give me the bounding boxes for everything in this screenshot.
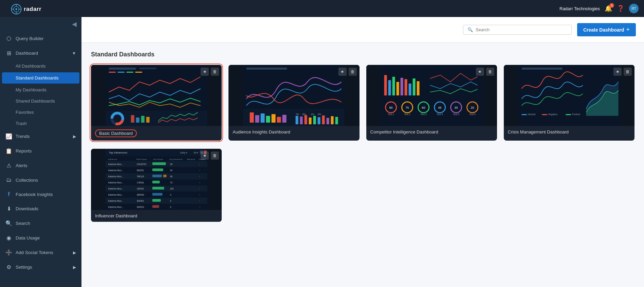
page-content: Standard Dashboards bbox=[81, 43, 644, 230]
star-button-basic[interactable]: ★ bbox=[201, 68, 209, 76]
search-box[interactable]: 🔍 bbox=[463, 25, 572, 35]
sidebar-item-alerts[interactable]: ⚠ Alerts bbox=[0, 158, 81, 173]
svg-text:♀: ♀ bbox=[199, 200, 201, 202]
sidebar-subitem-my-dashboards[interactable]: My Dashboards bbox=[0, 84, 81, 95]
svg-rect-31 bbox=[282, 115, 287, 123]
card-title-influencer: Influencer Dashboard bbox=[95, 213, 137, 218]
svg-rect-39 bbox=[309, 118, 312, 124]
card-actions-basic: ★ 🗑 bbox=[201, 68, 219, 76]
star-button-influencer[interactable]: ★ bbox=[201, 151, 209, 160]
subitem-label: Trash bbox=[16, 121, 27, 126]
card-basic-dashboard[interactable]: ★ 🗑 Basic Dashboard bbox=[91, 65, 222, 141]
svg-rect-117 bbox=[152, 181, 160, 183]
notifications-bell[interactable]: 🔔 8 bbox=[605, 5, 612, 12]
svg-rect-26 bbox=[255, 115, 259, 123]
sidebar-item-add-social-tokens[interactable]: ➕ Add Social Tokens ▶ bbox=[0, 245, 81, 260]
svg-text:225: 225 bbox=[170, 187, 174, 190]
facebook-icon: f bbox=[5, 191, 12, 197]
card-actions-competitor: ★ 🗑 bbox=[476, 68, 494, 76]
card-actions-crisis: ★ 🗑 bbox=[613, 68, 632, 76]
sidebar-subitem-standard-dashboards[interactable]: Standard Dashboards bbox=[2, 72, 79, 84]
chevron-right-icon: ▶ bbox=[73, 250, 76, 255]
sidebar-item-reports[interactable]: 📋 Reports bbox=[0, 144, 81, 158]
svg-rect-55 bbox=[417, 81, 419, 95]
svg-rect-78 bbox=[542, 114, 547, 115]
card-influencer-dashboard[interactable]: Top Influencers Daily ▾ All ▾ Influencer… bbox=[91, 149, 222, 222]
card-thumbnail-audience: 7% 8% 2% 2% bbox=[228, 65, 359, 126]
sidebar-subitem-favorites[interactable]: Favorites bbox=[0, 107, 81, 118]
svg-text:Total Impact: Total Impact bbox=[136, 158, 147, 160]
svg-text:♂: ♂ bbox=[199, 181, 201, 184]
svg-text:Text 3: Text 3 bbox=[420, 113, 427, 115]
sidebar-item-settings[interactable]: ⚙ Settings ▶ bbox=[0, 260, 81, 274]
card-thumbnail-competitor: 90 Text 1 75 Text 2 60 Text 3 45 Text 4 bbox=[366, 65, 497, 126]
svg-rect-123 bbox=[152, 187, 164, 190]
svg-text:90: 90 bbox=[389, 106, 392, 109]
card-competitor-intelligence[interactable]: 90 Text 1 75 Text 2 60 Text 3 45 Text 4 bbox=[366, 65, 497, 141]
sidebar-item-trends[interactable]: 📈 Trends ▶ bbox=[0, 129, 81, 144]
svg-text:Katerina Nico...: Katerina Nico... bbox=[108, 169, 124, 172]
create-dashboard-button[interactable]: Create Dashboard + bbox=[577, 23, 636, 36]
card-crisis-management[interactable]: Neutral Negative Positive ★ bbox=[504, 65, 634, 141]
delete-button-audience[interactable]: 🗑 bbox=[349, 68, 357, 76]
svg-text:Daily ▾: Daily ▾ bbox=[180, 151, 188, 154]
sidebar-item-data-usage[interactable]: ◉ Data Usage bbox=[0, 231, 81, 245]
sidebar-collapse-button[interactable]: ◀ bbox=[72, 20, 77, 28]
section-title: Standard Dashboards bbox=[91, 51, 634, 58]
sidebar-item-collections[interactable]: 🗂 Collections bbox=[0, 173, 81, 187]
svg-text:Katerina Nico...: Katerina Nico... bbox=[108, 206, 124, 208]
sidebar-item-search[interactable]: 🔍 Search bbox=[0, 216, 81, 231]
delete-button-competitor[interactable]: 🗑 bbox=[486, 68, 494, 76]
svg-rect-43 bbox=[327, 118, 329, 124]
star-button-crisis[interactable]: ★ bbox=[613, 68, 622, 76]
svg-text:♀: ♀ bbox=[199, 187, 201, 190]
svg-text:Katerina Nico...: Katerina Nico... bbox=[108, 187, 124, 190]
svg-rect-141 bbox=[152, 205, 159, 208]
svg-text:Katerina Nico...: Katerina Nico... bbox=[108, 194, 124, 196]
svg-rect-98 bbox=[152, 162, 166, 165]
sidebar-item-dashboard[interactable]: ⊞ Dashboard ▼ bbox=[0, 46, 81, 60]
delete-button-crisis[interactable]: 🗑 bbox=[624, 68, 632, 76]
sidebar-subitem-all-dashboards[interactable]: All Dashboards bbox=[0, 60, 81, 72]
card-thumbnail-crisis: Neutral Negative Positive ★ bbox=[504, 65, 634, 126]
star-button-audience[interactable]: ★ bbox=[338, 68, 347, 76]
svg-text:60: 60 bbox=[422, 106, 425, 109]
svg-text:Katerina Nico...: Katerina Nico... bbox=[108, 200, 124, 202]
sidebar-item-facebook-insights[interactable]: f Facebook Insights bbox=[0, 187, 81, 201]
svg-text:789120: 789120 bbox=[137, 175, 144, 178]
svg-text:28: 28 bbox=[170, 163, 173, 165]
svg-rect-50 bbox=[396, 82, 399, 95]
svg-text:Katerina Nico...: Katerina Nico... bbox=[108, 163, 124, 165]
delete-button-basic[interactable]: 🗑 bbox=[211, 68, 219, 76]
sidebar-item-query-builder[interactable]: ⬡ Query Builder bbox=[0, 31, 81, 46]
sidebar-item-downloads[interactable]: ⬇ Downloads bbox=[0, 201, 81, 216]
radarr-logo-icon bbox=[11, 4, 22, 15]
svg-text:Neutral: Neutral bbox=[528, 113, 535, 115]
svg-rect-19 bbox=[136, 118, 140, 123]
sidebar-item-label: Query Builder bbox=[16, 36, 44, 41]
svg-rect-104 bbox=[152, 168, 163, 171]
chevron-right-icon: ▶ bbox=[73, 134, 76, 139]
svg-rect-23 bbox=[246, 68, 287, 70]
chevron-down-icon: ▼ bbox=[72, 51, 76, 56]
svg-text:Top Influencers: Top Influencers bbox=[109, 151, 127, 154]
svg-rect-12 bbox=[127, 72, 133, 73]
sidebar-subitem-trash[interactable]: Trash bbox=[0, 118, 81, 129]
notification-badge: 8 bbox=[609, 3, 614, 8]
avatar[interactable]: RT bbox=[629, 4, 639, 13]
svg-text:3: 3 bbox=[170, 200, 171, 202]
dashboard-grid-row2: Top Influencers Daily ▾ All ▾ Influencer… bbox=[91, 149, 634, 222]
card-audience-insights[interactable]: 7% 8% 2% 2% bbox=[228, 65, 359, 141]
svg-text:20: 20 bbox=[471, 106, 474, 109]
help-icon[interactable]: ❓ bbox=[617, 5, 624, 12]
main-content: 🔍 Create Dashboard + Standard Dashboards bbox=[81, 17, 644, 287]
search-input[interactable] bbox=[476, 27, 567, 32]
svg-text:♀: ♀ bbox=[199, 163, 201, 165]
card-thumbnail-basic: ★ 🗑 bbox=[91, 65, 222, 126]
delete-button-influencer[interactable]: 🗑 bbox=[211, 151, 219, 160]
svg-text:2: 2 bbox=[170, 206, 171, 208]
svg-text:21918751: 21918751 bbox=[137, 163, 147, 165]
svg-text:Text 2: Text 2 bbox=[404, 113, 410, 115]
star-button-competitor[interactable]: ★ bbox=[476, 68, 484, 76]
sidebar-subitem-shared-dashboards[interactable]: Shared Dashboards bbox=[0, 95, 81, 107]
